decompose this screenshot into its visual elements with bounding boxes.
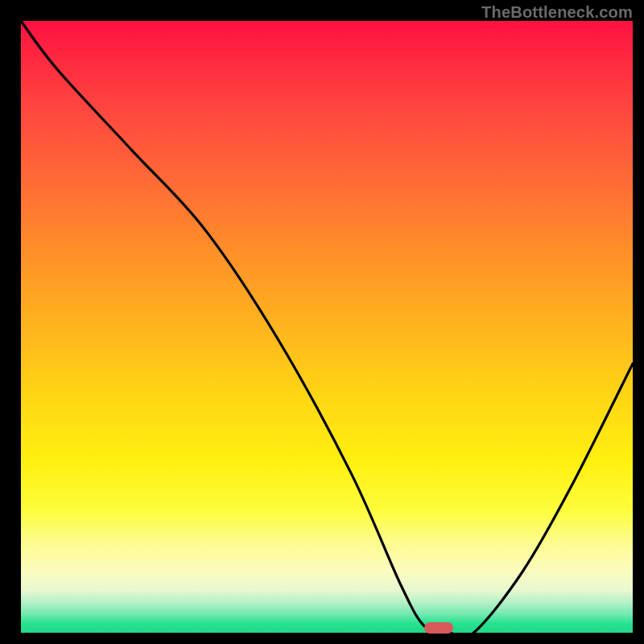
watermark-label: TheBottleneck.com	[481, 3, 633, 22]
chart-frame	[10, 19, 634, 634]
optimal-marker	[424, 622, 453, 634]
bottleneck-curve	[21, 21, 633, 633]
curve-path	[21, 21, 633, 633]
